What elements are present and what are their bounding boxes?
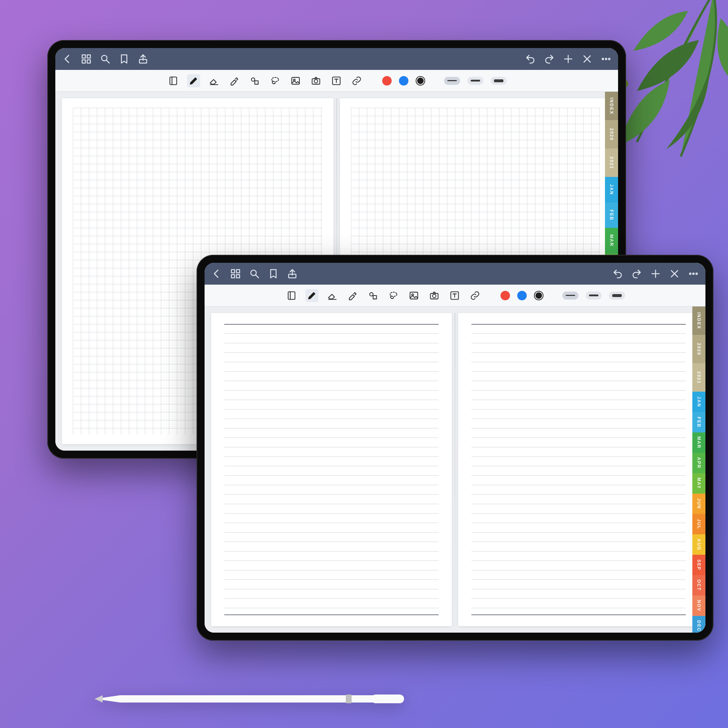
svg-rect-7 [87, 60, 91, 63]
svg-rect-6 [82, 60, 86, 63]
svg-line-9 [107, 60, 110, 63]
color-blue[interactable] [517, 291, 527, 300]
page-right[interactable] [458, 313, 699, 626]
tool-camera[interactable] [309, 74, 323, 87]
svg-line-34 [256, 275, 259, 278]
tab-2021[interactable]: 2021 [692, 363, 705, 392]
tool-text[interactable] [330, 74, 343, 87]
screen-front: INDEX20202021JANFEBMARAPRMAYJUNJULAUGSEP… [205, 263, 705, 633]
share-icon[interactable] [138, 54, 148, 64]
stroke-width-8[interactable] [609, 292, 625, 300]
titlebar [205, 263, 705, 284]
undo-icon[interactable] [612, 268, 623, 279]
tool-eraser[interactable] [208, 74, 220, 87]
tool-shapes[interactable] [367, 289, 380, 302]
svg-rect-4 [82, 55, 86, 58]
color-red[interactable] [500, 291, 510, 300]
tab-feb[interactable]: FEB [692, 412, 705, 433]
add-icon[interactable] [563, 54, 574, 64]
tab-index[interactable]: INDEX [692, 306, 705, 335]
redo-icon[interactable] [544, 54, 555, 64]
tool-highlighter[interactable] [228, 74, 241, 87]
stroke-width-3[interactable] [562, 292, 578, 300]
stroke-width-8[interactable] [491, 77, 507, 85]
tab-2021[interactable]: 2021 [605, 148, 618, 177]
search-icon[interactable] [100, 54, 111, 64]
tab-sep[interactable]: SEP [692, 555, 705, 575]
tab-may[interactable]: MAY [692, 473, 705, 494]
tool-image[interactable] [407, 289, 421, 302]
stroke-width-3[interactable] [444, 77, 460, 85]
svg-point-21 [252, 78, 255, 81]
bookmark-icon[interactable] [268, 268, 279, 279]
tool-eraser[interactable] [326, 289, 339, 302]
color-black[interactable] [534, 291, 543, 300]
svg-rect-5 [87, 55, 91, 58]
close-icon[interactable] [669, 268, 680, 279]
tool-shapes[interactable] [248, 74, 262, 87]
tab-jun[interactable]: JUN [692, 494, 705, 514]
tab-mar[interactable]: MAR [605, 228, 618, 253]
tool-notebook[interactable] [167, 74, 180, 87]
svg-rect-22 [255, 81, 258, 84]
tab-jul[interactable]: JUL [692, 514, 705, 534]
close-icon[interactable] [582, 54, 593, 64]
stroke-width-5[interactable] [586, 292, 602, 300]
tab-apr[interactable]: APR [692, 453, 705, 473]
tool-highlighter[interactable] [346, 289, 359, 302]
redo-icon[interactable] [631, 268, 642, 279]
color-black[interactable] [416, 76, 425, 86]
tab-index[interactable]: INDEX [605, 92, 618, 120]
svg-rect-47 [373, 295, 376, 299]
apple-pencil [95, 691, 404, 706]
tool-lasso[interactable] [387, 289, 400, 302]
svg-point-27 [314, 80, 317, 83]
tool-image[interactable] [289, 74, 302, 87]
back-icon[interactable] [211, 268, 222, 279]
tool-lasso[interactable] [269, 74, 282, 87]
tab-feb[interactable]: FEB [605, 202, 618, 228]
tool-link[interactable] [350, 74, 363, 87]
tab-nov[interactable]: NOV [692, 595, 705, 616]
share-icon[interactable] [287, 268, 298, 279]
svg-rect-31 [231, 275, 235, 278]
svg-point-17 [609, 58, 610, 60]
undo-icon[interactable] [525, 54, 536, 64]
svg-rect-18 [170, 77, 177, 84]
svg-point-33 [251, 270, 256, 275]
titlebar [55, 48, 618, 70]
tool-pen[interactable] [187, 74, 200, 87]
tab-dec[interactable]: DEC [692, 616, 705, 633]
svg-point-15 [602, 58, 604, 60]
lined-paper [224, 324, 439, 615]
search-icon[interactable] [249, 268, 260, 279]
add-icon[interactable] [650, 268, 661, 279]
stroke-width-5[interactable] [467, 77, 483, 85]
svg-rect-30 [237, 270, 240, 273]
svg-rect-32 [237, 275, 240, 278]
bookmark-icon[interactable] [119, 54, 130, 64]
page-left[interactable] [211, 313, 452, 626]
tool-camera[interactable] [428, 289, 441, 302]
tab-jan[interactable]: JAN [692, 392, 705, 412]
grid-icon[interactable] [81, 54, 92, 64]
tab-2020[interactable]: 2020 [692, 335, 705, 363]
titlebar-right [612, 268, 699, 279]
svg-point-42 [696, 273, 697, 274]
back-icon[interactable] [62, 54, 73, 64]
tool-link[interactable] [468, 289, 482, 302]
more-icon[interactable] [601, 54, 612, 64]
tool-pen[interactable] [305, 289, 318, 302]
grid-icon[interactable] [230, 268, 241, 279]
color-red[interactable] [382, 76, 392, 86]
tab-2020[interactable]: 2020 [605, 120, 618, 148]
tool-text[interactable] [448, 289, 461, 302]
color-blue[interactable] [399, 76, 408, 86]
tab-mar[interactable]: MAR [692, 433, 705, 453]
more-icon[interactable] [688, 268, 699, 279]
tool-notebook[interactable] [285, 289, 298, 302]
svg-point-8 [102, 55, 107, 61]
tab-aug[interactable]: AUG [692, 534, 705, 555]
tab-oct[interactable]: OCT [692, 575, 705, 595]
tab-jan[interactable]: JAN [605, 177, 618, 202]
